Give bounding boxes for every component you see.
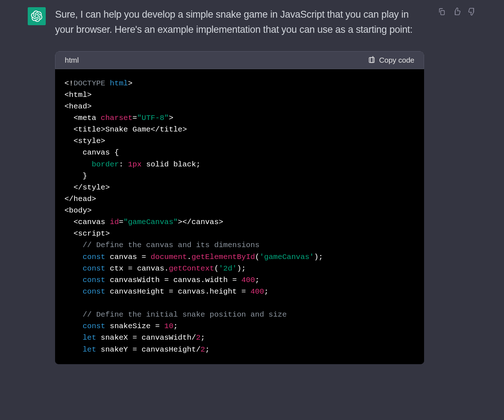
t: 2 <box>201 345 205 354</box>
t: > <box>178 218 183 226</box>
t: > <box>128 79 132 88</box>
t: > <box>169 114 174 122</box>
t: 400 <box>242 276 255 284</box>
t: '2d' <box>219 264 237 273</box>
t: <meta <box>73 114 96 122</box>
t: let <box>82 334 96 342</box>
t: : <box>119 160 123 169</box>
t: getElementById <box>192 253 255 261</box>
t: 2 <box>196 334 201 342</box>
clipboard-icon <box>368 56 375 64</box>
t: } <box>82 172 87 180</box>
code-content: <!DOCTYPE html> <html> <head> <meta char… <box>55 69 424 364</box>
thumbs-down-icon <box>468 8 476 15</box>
t: ); <box>314 253 323 261</box>
copy-code-button[interactable]: Copy code <box>368 56 414 64</box>
t: snakeY = canvasHeight/ <box>101 345 201 354</box>
t: <script> <box>73 229 110 238</box>
t: 'gameCanvas' <box>260 253 314 261</box>
t: <style> <box>73 137 105 145</box>
t: const <box>82 264 105 273</box>
thumbs-up-icon <box>453 8 461 15</box>
t: canvas { <box>82 148 119 157</box>
t: // Define the initial snake position and… <box>82 310 287 319</box>
thumbs-down-button[interactable] <box>468 7 476 16</box>
t: charset <box>101 114 132 122</box>
t: </canvas> <box>183 218 223 226</box>
t: ; <box>264 287 269 296</box>
t: let <box>82 345 96 354</box>
t: <body> <box>64 206 92 215</box>
t: canvasHeight = canvas.height = <box>110 287 246 296</box>
t: ; <box>201 334 205 342</box>
t: document <box>150 253 187 261</box>
t: snakeSize = <box>110 322 160 330</box>
t: // Define the canvas and its dimensions <box>82 241 259 249</box>
t: getContext <box>169 264 214 273</box>
t: ; <box>205 345 210 354</box>
t: = <box>132 114 137 122</box>
t: Snake Game <box>105 125 150 134</box>
t: const <box>82 253 105 261</box>
t: 1px <box>128 160 141 169</box>
t: "gameCanvas" <box>123 218 178 226</box>
t: const <box>82 287 105 296</box>
t: id <box>110 218 119 226</box>
t: = <box>119 218 123 226</box>
t: "UTF-8" <box>137 114 169 122</box>
assistant-avatar <box>28 7 46 25</box>
message-body: Sure, I can help you develop a simple sn… <box>55 7 421 364</box>
t: ( <box>255 253 260 261</box>
assistant-message: Sure, I can help you develop a simple sn… <box>0 0 504 364</box>
t: . <box>187 253 192 261</box>
code-header: html Copy code <box>55 51 424 69</box>
response-text: Sure, I can help you develop a simple sn… <box>55 7 421 37</box>
copy-message-button[interactable] <box>437 7 446 16</box>
clipboard-icon <box>438 8 446 15</box>
t: DOCTYPE <box>73 79 105 88</box>
copy-code-label: Copy code <box>379 56 414 64</box>
openai-logo-icon <box>31 10 42 22</box>
t: snakeX = canvasWidth/ <box>101 334 196 342</box>
t: const <box>82 322 105 330</box>
t: canvas = <box>110 253 146 261</box>
code-block: html Copy code <!DOCTYPE html> <html> <h… <box>55 51 424 364</box>
thumbs-up-button[interactable] <box>453 7 461 16</box>
t: <title> <box>73 125 105 134</box>
t: solid black; <box>146 160 201 169</box>
t: </head> <box>64 195 96 203</box>
svg-rect-1 <box>369 58 373 63</box>
t: canvasWidth = canvas.width = <box>110 276 237 284</box>
t: 400 <box>251 287 264 296</box>
t: ; <box>174 322 178 330</box>
t: <head> <box>64 102 92 111</box>
t: <html> <box>64 91 92 99</box>
svg-rect-0 <box>370 58 374 63</box>
t: 10 <box>164 322 173 330</box>
code-language-label: html <box>65 56 79 64</box>
message-actions <box>430 7 476 16</box>
t: <! <box>64 79 73 88</box>
t: ; <box>255 276 260 284</box>
t: <canvas <box>73 218 105 226</box>
svg-rect-2 <box>441 10 444 15</box>
t: ctx = canvas. <box>110 264 169 273</box>
t: </title> <box>150 125 187 134</box>
t: </style> <box>73 183 110 192</box>
t: html <box>110 79 128 88</box>
t: ); <box>237 264 246 273</box>
t: ( <box>214 264 219 273</box>
t: border <box>92 160 119 169</box>
t: const <box>82 276 105 284</box>
